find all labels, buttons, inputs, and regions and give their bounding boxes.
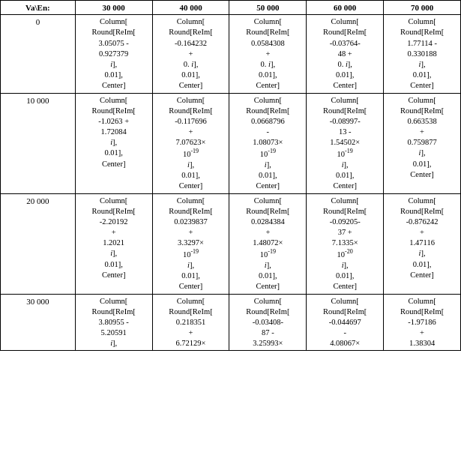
col-header-40000: 40 000 [152,1,229,15]
cell-20000-60000: Column[ Round[ReIm[ -0.09205- 37 + 7.133… [307,193,384,294]
cell-10000-50000: Column[ Round[ReIm[ 0.0668796 - 1.08073×… [229,93,307,193]
cell-10000-60000: Column[ Round[ReIm[ -0.08997- 13 - 1.545… [307,93,384,193]
cell-10000-70000: Column[ Round[ReIm[ 0.663538 + 0.759877 … [384,93,461,193]
cell-20000-30000: Column[ Round[ReIm[ -2.20192 + 1.2021 i]… [75,193,152,294]
row-label-0: 0 [1,15,76,93]
cell-10000-40000: Column[ Round[ReIm[ -0.117696 + 7.07623×… [152,93,229,193]
row-label-20000: 20 000 [1,193,76,294]
cell-0-60000: Column[ Round[ReIm[ -0.03764- 48 + 0. i]… [307,15,384,93]
cell-20000-40000: Column[ Round[ReIm[ 0.0239837 + 3.3297× … [152,193,229,294]
cell-30000-40000: Column[ Round[ReIm[ 0.218351 + 6.72129× [152,294,229,351]
cell-0-30000: Column[ Round[ReIm[ 3.05075 - 0.927379 i… [75,15,152,93]
cell-30000-30000: Column[ Round[ReIm[ 3.80955 - 5.20591 i]… [75,294,152,351]
cell-30000-70000: Column[ Round[ReIm[ -1.97186 + 1.38304 [384,294,461,351]
cell-0-50000: Column[ Round[ReIm[ 0.0584308 + 0. i], 0… [229,15,307,93]
col-header-60000: 60 000 [307,1,384,15]
cell-10000-30000: Column[ Round[ReIm[ -1.0263 + 1.72084 i]… [75,93,152,193]
col-header-50000: 50 000 [229,1,307,15]
row-label-10000: 10 000 [1,93,76,193]
cell-0-70000: Column[ Round[ReIm[ 1.77114 - 0.330188 i… [384,15,461,93]
cell-20000-70000: Column[ Round[ReIm[ -0.876242 + 1.47116 … [384,193,461,294]
cell-30000-60000: Column[ Round[ReIm[ -0.044697 - 4.08067× [307,294,384,351]
corner-header: Va\En: [1,1,76,15]
cell-0-40000: Column[ Round[ReIm[ -0.164232 + 0. i], 0… [152,15,229,93]
cell-20000-50000: Column[ Round[ReIm[ 0.0284384 + 1.48072×… [229,193,307,294]
col-header-70000: 70 000 [384,1,461,15]
col-header-30000: 30 000 [75,1,152,15]
row-label-30000: 30 000 [1,294,76,351]
cell-30000-50000: Column[ Round[ReIm[ -0.03408- 87 - 3.259… [229,294,307,351]
